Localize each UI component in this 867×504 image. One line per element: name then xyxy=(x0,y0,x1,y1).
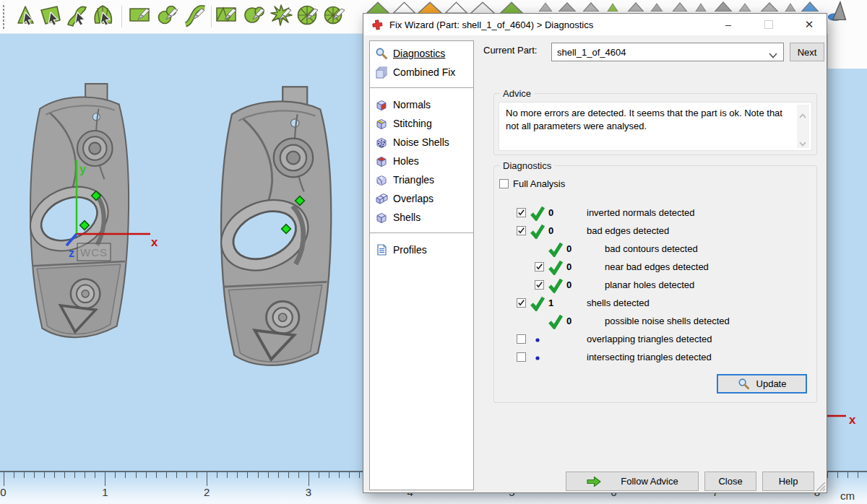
advice-scrollbar[interactable] xyxy=(797,105,809,148)
advice-text: No more errors are detected. It seems th… xyxy=(506,107,790,132)
mark-wheel-triangles-tool[interactable] xyxy=(323,4,348,28)
noise-shells-icon xyxy=(375,136,388,149)
ruler-tick xyxy=(156,472,157,478)
update-button[interactable]: Update xyxy=(717,374,807,394)
current-part-dropdown[interactable]: shell_1_of_4604 xyxy=(551,43,784,61)
diagnostic-label: planar holes detected xyxy=(605,279,694,290)
select-triangle-tool[interactable] xyxy=(13,4,38,28)
partially-hidden-toolbar-icon[interactable] xyxy=(444,1,468,13)
diagnostic-label: shells detected xyxy=(587,297,650,308)
ruler-tick xyxy=(329,472,329,478)
partially-hidden-toolbar-icon[interactable] xyxy=(785,1,796,10)
diagnostic-count: 0 xyxy=(566,243,605,254)
diagnostic-checkbox[interactable] xyxy=(517,334,526,344)
ruler-unit-label: cm xyxy=(840,490,855,502)
dialog-titlebar[interactable]: Fix Wizard (Part: shell_1_of_4604) > Dia… xyxy=(363,14,827,35)
partially-hidden-toolbar-icon[interactable] xyxy=(582,1,600,11)
ruler-tick xyxy=(14,472,14,478)
full-analysis-checkbox[interactable] xyxy=(499,179,509,188)
partially-hidden-toolbar-icon[interactable] xyxy=(365,1,391,14)
sidebar-item-profiles[interactable]: Profiles xyxy=(370,240,473,259)
partially-hidden-toolbar-icon[interactable] xyxy=(416,1,444,14)
diagnostic-checkbox[interactable] xyxy=(535,262,544,271)
sidebar-item-overlaps[interactable]: Overlaps xyxy=(370,189,473,208)
follow-advice-button[interactable]: Follow Advice xyxy=(566,472,699,491)
partially-hidden-toolbar-icon[interactable] xyxy=(714,1,733,12)
diagnostic-count: 0 xyxy=(548,225,587,236)
sidebar-item-label: Holes xyxy=(393,155,419,167)
sidebar-item-combined-fix[interactable]: Combined Fix xyxy=(370,63,473,82)
partially-hidden-toolbar-icon[interactable] xyxy=(650,1,663,10)
partially-hidden-toolbar-icon[interactable] xyxy=(469,1,496,14)
diagnostic-row: 0possible noise shells detected xyxy=(535,312,811,330)
mark-brush-triangles-tool[interactable] xyxy=(243,4,267,28)
mark-brush-tool[interactable] xyxy=(156,4,181,28)
dialog-title: Fix Wizard (Part: shell_1_of_4604) > Dia… xyxy=(389,19,593,30)
maximize-button[interactable] xyxy=(756,14,781,35)
partially-hidden-toolbar-icon[interactable] xyxy=(392,1,416,13)
sidebar-item-normals[interactable]: Normals xyxy=(370,95,473,114)
select-plane-tool[interactable] xyxy=(38,4,63,28)
ruler-tick xyxy=(227,472,228,478)
next-button[interactable]: Next xyxy=(790,43,824,61)
partially-hidden-toolbar-icon[interactable] xyxy=(801,1,819,12)
ruler-tick xyxy=(237,472,238,478)
diagnostic-checkbox[interactable] xyxy=(517,226,526,235)
sidebar-item-label: Stitching xyxy=(393,118,432,129)
partially-hidden-toolbar-icon[interactable] xyxy=(627,1,644,11)
sidebar-item-noise-shells[interactable]: Noise Shells xyxy=(370,133,473,152)
help-button[interactable]: Help xyxy=(762,472,814,491)
sidebar-item-holes[interactable]: Holes xyxy=(370,152,473,170)
blue-dot-icon xyxy=(530,331,545,347)
resize-grip-icon[interactable] xyxy=(814,480,825,491)
scroll-up-icon[interactable] xyxy=(798,109,807,116)
ruler-tick xyxy=(268,472,269,478)
partially-hidden-toolbar-icon[interactable] xyxy=(558,1,577,11)
partially-hidden-toolbar-icon[interactable] xyxy=(607,1,618,10)
partially-hidden-toolbar-icon[interactable] xyxy=(695,1,707,10)
diagnostic-checkbox[interactable] xyxy=(517,298,526,308)
chevron-down-icon xyxy=(769,50,777,56)
part-model-right[interactable] xyxy=(214,85,337,375)
sidebar-item-stitching[interactable]: Stitching xyxy=(370,114,473,133)
magnifier-icon xyxy=(738,378,750,390)
mark-disc-triangles-tool[interactable] xyxy=(296,4,321,28)
partially-hidden-toolbar-icon[interactable] xyxy=(672,1,688,11)
mark-star-triangles-tool[interactable] xyxy=(269,4,294,28)
mark-curve-tool[interactable] xyxy=(183,4,207,28)
close-dialog-button[interactable]: Close xyxy=(704,472,756,491)
diagnostic-checkbox[interactable] xyxy=(517,352,526,362)
part-model-left[interactable] xyxy=(24,82,134,347)
diagnostic-checkbox[interactable] xyxy=(517,208,526,217)
partially-hidden-toolbar-icon[interactable] xyxy=(499,1,525,14)
sidebar-item-shells[interactable]: Shells xyxy=(370,208,473,227)
mark-rectangle-tool[interactable] xyxy=(128,4,152,28)
sidebar-item-diagnostics[interactable]: Diagnostics xyxy=(370,44,473,63)
partially-hidden-toolbar-icon[interactable] xyxy=(760,1,779,11)
diagnostic-count: 0 xyxy=(566,279,605,290)
sidebar-separator xyxy=(370,87,473,88)
mark-window-triangles-tool[interactable] xyxy=(215,4,239,28)
ruler-tick xyxy=(837,472,838,478)
minimize-button[interactable]: – xyxy=(716,14,741,35)
sidebar-item-label: Noise Shells xyxy=(393,136,449,148)
select-shell-tool[interactable] xyxy=(90,4,115,28)
diagnostic-count: 0 xyxy=(566,261,605,272)
diagnostic-checkbox[interactable] xyxy=(535,280,544,290)
diagnostic-label: bad contours detected xyxy=(605,243,698,254)
partially-hidden-toolbar-icon[interactable] xyxy=(738,1,751,10)
toolbar-grip[interactable] xyxy=(2,4,5,29)
profiles-icon xyxy=(375,243,388,256)
sidebar-item-label: Overlaps xyxy=(393,193,434,204)
partially-hidden-toolbar-icon[interactable] xyxy=(538,1,553,11)
triangles-icon xyxy=(375,173,388,186)
ruler-tick xyxy=(85,472,85,478)
current-part-label: Current Part: xyxy=(483,45,537,56)
select-surface-tool[interactable] xyxy=(65,4,90,28)
sidebar-item-triangles[interactable]: Triangles xyxy=(370,170,473,189)
hidden-model-x-axis-label: x xyxy=(849,413,856,427)
scroll-down-icon[interactable] xyxy=(798,137,807,144)
overlaps-icon xyxy=(375,192,388,205)
diagnostic-row: 0bad edges detected xyxy=(517,222,811,240)
close-button[interactable]: ✕ xyxy=(797,14,821,35)
